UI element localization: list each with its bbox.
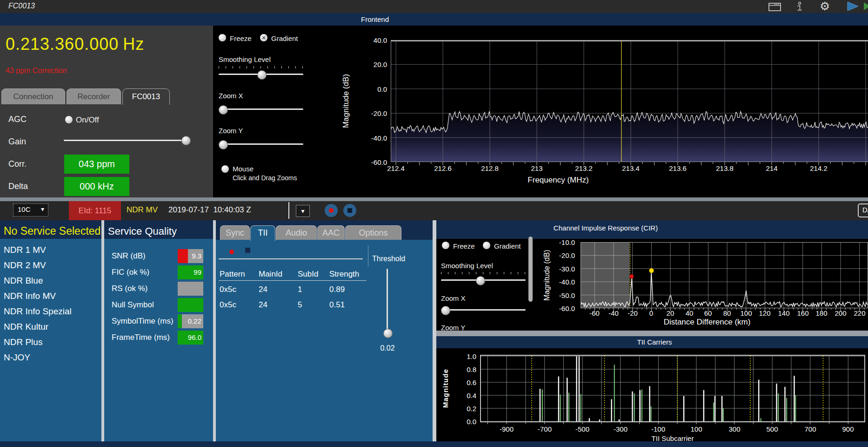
sq-label: SNR (dB) (112, 251, 146, 261)
tii-col-header: Strength (329, 270, 359, 279)
selected-service-header: No Service Selected (4, 225, 101, 237)
sq-bar-value: 96.0 (188, 331, 201, 345)
cir-header-title: Channel Impulse Response (CIR) (554, 224, 658, 232)
tii-xtick: 100 (690, 425, 702, 433)
threshold-separator (368, 245, 368, 267)
tii-cell: 24 (259, 300, 267, 310)
tii-chart[interactable] (480, 355, 865, 425)
tii-xtick: 900 (842, 425, 854, 433)
cir-ytick: -10.0 (543, 238, 575, 246)
sq-label: RS (ok %) (112, 284, 147, 293)
threshold-label: Threshold (372, 255, 405, 263)
threshold-slider-track[interactable] (387, 269, 388, 332)
slider-tick (462, 272, 462, 274)
tii-ytick: 0.4 (448, 392, 476, 400)
service-item[interactable]: NDR 1 MV (0, 242, 101, 257)
sq-bar-value: 99 (194, 265, 201, 279)
decoder-tab-audio[interactable]: Audio (276, 225, 317, 240)
tii-xtick: 700 (804, 425, 816, 433)
tii-ytick: 0.8 (448, 366, 476, 373)
tii-xtick: -500 (575, 425, 589, 433)
service-item[interactable]: NDR Kultur (0, 319, 101, 334)
tii-header-title: TII Carriers (637, 338, 672, 346)
sq-bar-value: 9.3 (192, 249, 201, 263)
cir-freeze-radio[interactable] (442, 242, 449, 249)
tii-slider-track[interactable] (219, 258, 363, 259)
tii-y-axis-title: Magnitude (441, 369, 449, 408)
tii-col-header: SubId (298, 270, 318, 279)
sq-bar: 96.0 (178, 331, 203, 345)
app-window: { "titlebar": { "title": "FC0013", "icon… (0, 0, 868, 447)
tii-cell: 0x5c (220, 300, 236, 310)
service-item[interactable]: NDR Blue (0, 273, 101, 288)
cir-freeze-label[interactable]: Freeze (453, 242, 475, 250)
sq-bar: 99 (178, 265, 203, 279)
bottom-section: No Service Selected NDR 1 MVNDR 2 MVNDR … (0, 0, 868, 447)
tii-header-underline (219, 280, 367, 281)
tii-xtick: 300 (728, 425, 740, 433)
cir-zoomx-track[interactable] (441, 309, 526, 311)
slider-tick (476, 272, 476, 274)
cir-ytick: -60.0 (543, 305, 575, 312)
cir-smoothing-handle[interactable] (476, 276, 485, 285)
cir-scrollbar[interactable] (528, 237, 533, 302)
tii-ytick: 0.2 (448, 405, 476, 413)
sq-label: FrameTime (ms) (112, 333, 170, 342)
cir-smoothing-label: Smoothing Level (441, 262, 493, 270)
cir-gradient-label[interactable]: Gradient (494, 242, 521, 250)
sq-bar-value: 0.22 (188, 314, 201, 328)
sq-bar: 9.3 (178, 249, 203, 263)
cir-x-axis-title: Distance Difference (km) (664, 318, 751, 327)
sq-bar (178, 298, 203, 312)
slider-tick (518, 272, 518, 274)
tii-col-header: MainId (259, 270, 282, 279)
decoder-bg (216, 240, 433, 441)
service-item[interactable]: NDR Info Spezial (0, 304, 101, 319)
slider-tick (490, 272, 490, 274)
slider-tick (497, 272, 497, 274)
tii-record-dot-icon[interactable] (229, 250, 234, 254)
decoder-tab-options[interactable]: Options (345, 225, 401, 240)
sq-label: SymbolTime (ms) (112, 317, 174, 326)
cir-ytick: -50.0 (543, 291, 575, 299)
service-item[interactable]: NDR Info MV (0, 288, 101, 304)
slider-tick (455, 272, 455, 274)
cir-gradient-radio[interactable] (483, 242, 490, 249)
slider-tick (511, 272, 511, 274)
slider-tick (504, 272, 504, 274)
tii-xtick: -300 (614, 425, 628, 433)
tii-ytick: 0.6 (448, 379, 476, 386)
sq-bar-fill (178, 249, 188, 263)
splitter-strip-plots[interactable] (436, 331, 868, 336)
tii-ytick: 1.0 (448, 352, 476, 360)
cir-ytick: -40.0 (543, 278, 575, 286)
sq-label: FIC (ok %) (112, 268, 149, 277)
decoder-tab-sync[interactable]: Sync (220, 225, 250, 240)
tii-ytick: 0.0 (448, 418, 476, 426)
tii-cell: 1 (298, 285, 302, 294)
tii-xtick: -700 (538, 425, 552, 433)
tii-cell: 5 (298, 300, 302, 310)
cir-zoomx-handle[interactable] (441, 306, 450, 315)
threshold-slider-handle[interactable] (383, 329, 393, 338)
decoder-tab-tii[interactable]: TII (250, 225, 275, 241)
slider-tick (448, 272, 448, 274)
slider-tick (525, 272, 525, 274)
slider-tick (441, 272, 441, 274)
tii-xtick: -900 (500, 425, 514, 433)
panel-divider-3[interactable] (433, 220, 436, 447)
tii-cell: 24 (259, 285, 267, 294)
decoder-tab-aac[interactable]: AAC (317, 225, 345, 240)
service-item[interactable]: NDR 2 MV (0, 257, 101, 273)
window-bottom-strip (0, 441, 868, 447)
sq-bar-fill (178, 314, 182, 328)
tii-cell: 0x5c (220, 285, 236, 294)
service-quality-header: Service Quality (108, 225, 177, 237)
service-item[interactable]: NDR Plus (0, 334, 101, 350)
sq-bar (178, 282, 203, 296)
tii-col-header: Pattern (220, 270, 245, 279)
service-item[interactable]: N-JOY (0, 350, 101, 365)
cir-chart[interactable] (581, 242, 868, 312)
tii-stop-square-icon[interactable] (245, 248, 250, 253)
cir-ytick: -20.0 (543, 251, 575, 259)
